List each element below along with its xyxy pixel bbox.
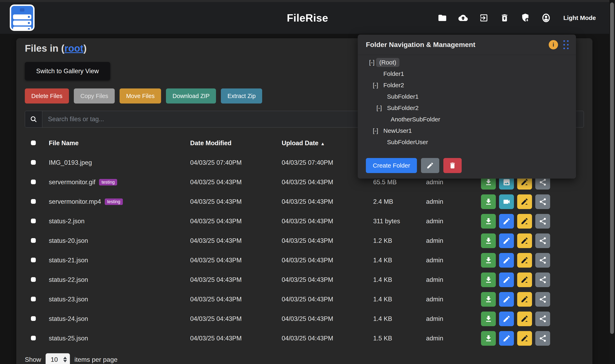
share-button[interactable] — [535, 214, 550, 229]
download-button[interactable] — [481, 253, 496, 268]
folder-tree-item[interactable]: Folder1 — [358, 68, 576, 79]
row-checkbox[interactable] — [31, 180, 36, 184]
bulk-move-files-button[interactable]: Move Files — [119, 89, 161, 104]
folder-tree-item[interactable]: SubFolder1 — [358, 91, 576, 102]
row-checkbox[interactable] — [31, 277, 36, 282]
info-icon[interactable]: i — [549, 40, 558, 49]
upload-date: 04/03/25 04:43PM — [282, 296, 373, 303]
edit-button[interactable] — [499, 292, 514, 307]
rename-button[interactable] — [517, 253, 532, 268]
bulk-extract-zip-button[interactable]: Extract Zip — [221, 89, 262, 104]
download-button[interactable] — [481, 214, 496, 229]
download-button[interactable] — [481, 292, 496, 307]
row-actions — [481, 234, 584, 248]
folder-label[interactable]: Folder1 — [383, 69, 405, 78]
file-name[interactable]: status-20.json — [49, 237, 190, 245]
row-checkbox[interactable] — [31, 316, 36, 321]
folder-label[interactable]: NewUser1 — [383, 126, 412, 135]
create-folder-button[interactable]: Create Folder — [366, 158, 417, 173]
row-checkbox[interactable] — [31, 336, 36, 340]
rename-button[interactable] — [517, 214, 532, 229]
folder-tree-item[interactable]: [-]SubFolder2 — [358, 102, 576, 114]
bulk-delete-files-button[interactable]: Delete Files — [25, 89, 69, 104]
share-button[interactable] — [535, 273, 550, 287]
header-date-modified[interactable]: Date Modified — [190, 140, 282, 147]
bulk-download-zip-button[interactable]: Download ZIP — [166, 89, 216, 104]
row-checkbox[interactable] — [31, 199, 36, 204]
file-name[interactable]: IMG_0193.jpeg — [49, 159, 190, 166]
download-button[interactable] — [481, 195, 496, 209]
folder-icon[interactable] — [438, 13, 447, 23]
folder-tree-item[interactable]: SubFolderUser — [358, 136, 576, 148]
folder-label-selected[interactable]: (Root) — [376, 58, 399, 67]
account-icon[interactable] — [541, 13, 551, 23]
edit-button[interactable] — [499, 312, 514, 326]
header-file-name[interactable]: File Name — [49, 140, 190, 147]
collapse-toggle[interactable]: [-] — [373, 82, 383, 89]
row-checkbox[interactable] — [31, 297, 36, 301]
rename-button[interactable] — [517, 195, 532, 209]
share-button[interactable] — [535, 292, 550, 307]
pencil-icon — [426, 162, 434, 169]
download-button[interactable] — [481, 331, 496, 346]
folder-tree-item[interactable]: [-](Root) — [358, 57, 576, 68]
rename-button[interactable] — [517, 292, 532, 307]
shield-user-icon[interactable] — [521, 13, 530, 23]
folder-label[interactable]: SubFolder1 — [387, 92, 419, 101]
folder-label[interactable]: SubFolder2 — [387, 104, 419, 112]
edit-button[interactable] — [499, 331, 514, 346]
folder-panel-buttons: Create Folder — [366, 158, 462, 173]
collapse-toggle[interactable]: [-] — [377, 104, 387, 111]
folder-label[interactable]: AnotherSubFolder — [390, 115, 441, 124]
logout-icon[interactable] — [479, 13, 488, 23]
folder-label[interactable]: Folder2 — [383, 81, 405, 90]
edit-button[interactable] — [499, 214, 514, 229]
root-folder-link[interactable]: root — [65, 43, 83, 54]
download-button[interactable] — [481, 273, 496, 287]
folder-tree-item[interactable]: AnotherSubFolder — [358, 114, 576, 125]
edit-button[interactable] — [499, 234, 514, 248]
download-button[interactable] — [481, 234, 496, 248]
file-name[interactable]: status-2.json — [49, 218, 190, 225]
trash-restore-icon[interactable] — [500, 13, 509, 23]
bulk-copy-files-button[interactable]: Copy Files — [74, 89, 115, 104]
edit-button[interactable] — [499, 273, 514, 287]
select-all-checkbox[interactable] — [31, 141, 36, 145]
file-name[interactable]: status-25.json — [49, 335, 190, 342]
share-button[interactable] — [535, 195, 550, 209]
rename-button[interactable] — [517, 331, 532, 346]
rename-button[interactable] — [517, 312, 532, 326]
preview-video-button[interactable] — [499, 195, 514, 209]
row-checkbox[interactable] — [31, 160, 36, 165]
rename-button[interactable] — [517, 273, 532, 287]
row-checkbox[interactable] — [31, 219, 36, 223]
download-button[interactable] — [481, 312, 496, 326]
items-per-page-select[interactable]: 10 — [46, 353, 70, 364]
delete-folder-button[interactable] — [443, 158, 462, 173]
upload-cloud-icon[interactable] — [458, 13, 468, 23]
share-button[interactable] — [535, 234, 550, 248]
rename-button[interactable] — [517, 234, 532, 248]
share-button[interactable] — [535, 312, 550, 326]
switch-gallery-view-button[interactable]: Switch to Gallery View — [25, 62, 110, 80]
folder-tree-item[interactable]: [-]NewUser1 — [358, 125, 576, 136]
edit-button[interactable] — [499, 253, 514, 268]
share-button[interactable] — [535, 253, 550, 268]
folder-tree-item[interactable]: [-]Folder2 — [358, 79, 576, 91]
file-name[interactable]: servermonitor.mp4testing — [49, 198, 190, 205]
upload-date: 04/03/25 04:43PM — [282, 237, 373, 245]
share-button[interactable] — [535, 331, 550, 346]
drag-handle-icon[interactable] — [563, 40, 569, 49]
row-checkbox[interactable] — [31, 238, 36, 243]
file-name[interactable]: status-21.json — [49, 257, 190, 264]
file-name[interactable]: status-23.json — [49, 296, 190, 303]
file-name[interactable]: servermonitor.giftesting — [49, 179, 190, 186]
file-name[interactable]: status-22.json — [49, 276, 190, 284]
row-checkbox[interactable] — [31, 258, 36, 262]
rename-folder-button[interactable] — [421, 158, 439, 173]
light-mode-toggle[interactable]: Light Mode — [563, 14, 596, 21]
file-name[interactable]: status-24.json — [49, 315, 190, 323]
collapse-toggle[interactable]: [-] — [373, 127, 383, 134]
folder-label[interactable]: SubFolderUser — [387, 138, 429, 147]
page-scrollbar-thumb[interactable] — [610, 2, 614, 334]
